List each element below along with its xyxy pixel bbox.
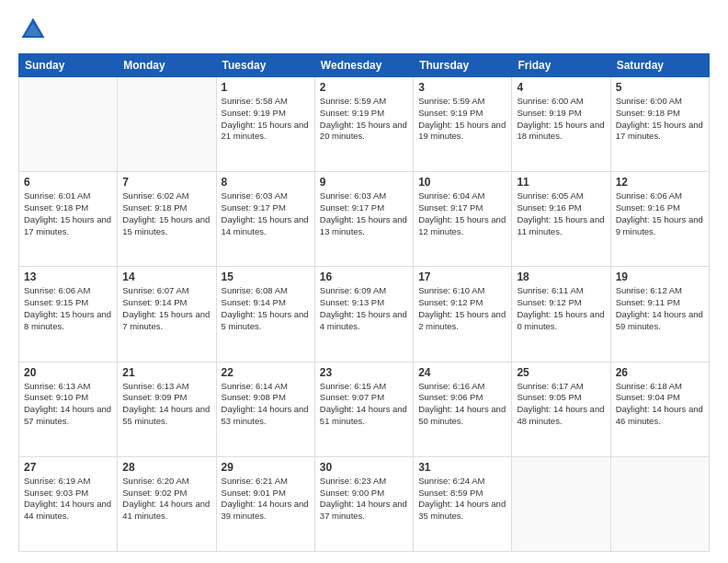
day-number: 24 [418,366,506,379]
cell-info: Sunrise: 6:23 AM Sunset: 9:00 PM Dayligh… [320,476,408,523]
day-number: 5 [616,81,704,94]
day-number: 22 [222,366,310,379]
day-number: 25 [517,366,605,379]
cell-info: Sunrise: 6:00 AM Sunset: 9:18 PM Dayligh… [616,96,704,143]
calendar-header-wednesday: Wednesday [314,54,413,77]
calendar-cell: 27Sunrise: 6:19 AM Sunset: 9:03 PM Dayli… [19,456,118,551]
cell-info: Sunrise: 6:05 AM Sunset: 9:16 PM Dayligh… [517,190,605,237]
day-number: 27 [24,461,112,474]
calendar-cell: 22Sunrise: 6:14 AM Sunset: 9:08 PM Dayli… [216,362,314,456]
calendar-header-tuesday: Tuesday [216,54,314,77]
calendar-cell: 3Sunrise: 5:59 AM Sunset: 9:19 PM Daylig… [414,77,512,172]
calendar-cell: 20Sunrise: 6:13 AM Sunset: 9:10 PM Dayli… [19,362,118,456]
cell-info: Sunrise: 6:11 AM Sunset: 9:12 PM Dayligh… [517,285,605,332]
day-number: 30 [320,461,408,474]
logo [18,15,51,44]
calendar-cell: 9Sunrise: 6:03 AM Sunset: 9:17 PM Daylig… [314,172,413,267]
day-number: 2 [320,81,408,94]
calendar-cell: 6Sunrise: 6:01 AM Sunset: 9:18 PM Daylig… [19,172,118,267]
cell-info: Sunrise: 6:15 AM Sunset: 9:07 PM Dayligh… [320,381,408,428]
calendar-cell: 15Sunrise: 6:08 AM Sunset: 9:14 PM Dayli… [216,267,314,362]
calendar-cell: 8Sunrise: 6:03 AM Sunset: 9:17 PM Daylig… [216,172,314,267]
calendar-cell: 28Sunrise: 6:20 AM Sunset: 9:02 PM Dayli… [118,456,216,551]
day-number: 15 [222,270,310,283]
calendar-week-2: 13Sunrise: 6:06 AM Sunset: 9:15 PM Dayli… [19,267,710,362]
page: SundayMondayTuesdayWednesdayThursdayFrid… [0,0,728,563]
calendar-week-4: 27Sunrise: 6:19 AM Sunset: 9:03 PM Dayli… [19,456,710,551]
cell-info: Sunrise: 6:13 AM Sunset: 9:09 PM Dayligh… [122,381,210,428]
cell-info: Sunrise: 6:18 AM Sunset: 9:04 PM Dayligh… [616,381,704,428]
day-number: 29 [222,461,310,474]
calendar-cell: 24Sunrise: 6:16 AM Sunset: 9:06 PM Dayli… [414,362,512,456]
calendar-week-1: 6Sunrise: 6:01 AM Sunset: 9:18 PM Daylig… [19,172,710,267]
calendar-cell: 1Sunrise: 5:58 AM Sunset: 9:19 PM Daylig… [216,77,314,172]
calendar-header-friday: Friday [512,54,610,77]
cell-info: Sunrise: 6:17 AM Sunset: 9:05 PM Dayligh… [517,381,605,428]
calendar-cell: 26Sunrise: 6:18 AM Sunset: 9:04 PM Dayli… [610,362,709,456]
calendar-cell: 7Sunrise: 6:02 AM Sunset: 9:18 PM Daylig… [118,172,216,267]
calendar-cell: 10Sunrise: 6:04 AM Sunset: 9:17 PM Dayli… [414,172,512,267]
day-number: 18 [517,270,605,283]
day-number: 1 [222,81,310,94]
calendar-cell: 23Sunrise: 6:15 AM Sunset: 9:07 PM Dayli… [314,362,413,456]
cell-info: Sunrise: 6:08 AM Sunset: 9:14 PM Dayligh… [222,285,310,332]
calendar-cell: 2Sunrise: 5:59 AM Sunset: 9:19 PM Daylig… [314,77,413,172]
calendar-cell [512,456,610,551]
cell-info: Sunrise: 6:06 AM Sunset: 9:15 PM Dayligh… [24,285,112,332]
cell-info: Sunrise: 5:59 AM Sunset: 9:19 PM Dayligh… [418,96,506,143]
calendar-cell: 21Sunrise: 6:13 AM Sunset: 9:09 PM Dayli… [118,362,216,456]
calendar-cell: 16Sunrise: 6:09 AM Sunset: 9:13 PM Dayli… [314,267,413,362]
calendar-cell: 25Sunrise: 6:17 AM Sunset: 9:05 PM Dayli… [512,362,610,456]
calendar-cell: 29Sunrise: 6:21 AM Sunset: 9:01 PM Dayli… [216,456,314,551]
day-number: 19 [616,270,704,283]
calendar-week-3: 20Sunrise: 6:13 AM Sunset: 9:10 PM Dayli… [19,362,710,456]
day-number: 6 [24,176,112,189]
logo-icon [18,15,48,44]
cell-info: Sunrise: 6:24 AM Sunset: 8:59 PM Dayligh… [418,476,506,523]
cell-info: Sunrise: 6:21 AM Sunset: 9:01 PM Dayligh… [222,476,310,523]
day-number: 28 [122,461,210,474]
day-number: 8 [222,176,310,189]
cell-info: Sunrise: 6:00 AM Sunset: 9:19 PM Dayligh… [517,96,605,143]
day-number: 17 [418,270,506,283]
calendar-cell: 14Sunrise: 6:07 AM Sunset: 9:14 PM Dayli… [118,267,216,362]
calendar-cell: 13Sunrise: 6:06 AM Sunset: 9:15 PM Dayli… [19,267,118,362]
cell-info: Sunrise: 6:03 AM Sunset: 9:17 PM Dayligh… [320,190,408,237]
calendar-header-row: SundayMondayTuesdayWednesdayThursdayFrid… [19,54,710,77]
cell-info: Sunrise: 6:20 AM Sunset: 9:02 PM Dayligh… [122,476,210,523]
cell-info: Sunrise: 6:07 AM Sunset: 9:14 PM Dayligh… [122,285,210,332]
calendar-cell: 12Sunrise: 6:06 AM Sunset: 9:16 PM Dayli… [610,172,709,267]
calendar-cell: 5Sunrise: 6:00 AM Sunset: 9:18 PM Daylig… [610,77,709,172]
day-number: 9 [320,176,408,189]
cell-info: Sunrise: 5:59 AM Sunset: 9:19 PM Dayligh… [320,96,408,143]
cell-info: Sunrise: 6:09 AM Sunset: 9:13 PM Dayligh… [320,285,408,332]
cell-info: Sunrise: 6:10 AM Sunset: 9:12 PM Dayligh… [418,285,506,332]
calendar-table: SundayMondayTuesdayWednesdayThursdayFrid… [18,53,710,552]
calendar-week-0: 1Sunrise: 5:58 AM Sunset: 9:19 PM Daylig… [19,77,710,172]
day-number: 7 [122,176,210,189]
day-number: 10 [418,176,506,189]
calendar-cell [118,77,216,172]
cell-info: Sunrise: 6:03 AM Sunset: 9:17 PM Dayligh… [222,190,310,237]
day-number: 16 [320,270,408,283]
day-number: 31 [418,461,506,474]
calendar-cell: 4Sunrise: 6:00 AM Sunset: 9:19 PM Daylig… [512,77,610,172]
cell-info: Sunrise: 6:04 AM Sunset: 9:17 PM Dayligh… [418,190,506,237]
day-number: 26 [616,366,704,379]
calendar-cell: 18Sunrise: 6:11 AM Sunset: 9:12 PM Dayli… [512,267,610,362]
day-number: 4 [517,81,605,94]
day-number: 21 [122,366,210,379]
calendar-cell: 17Sunrise: 6:10 AM Sunset: 9:12 PM Dayli… [414,267,512,362]
cell-info: Sunrise: 6:19 AM Sunset: 9:03 PM Dayligh… [24,476,112,523]
day-number: 20 [24,366,112,379]
calendar-header-monday: Monday [118,54,216,77]
cell-info: Sunrise: 6:14 AM Sunset: 9:08 PM Dayligh… [222,381,310,428]
calendar-cell: 11Sunrise: 6:05 AM Sunset: 9:16 PM Dayli… [512,172,610,267]
cell-info: Sunrise: 6:01 AM Sunset: 9:18 PM Dayligh… [24,190,112,237]
cell-info: Sunrise: 6:13 AM Sunset: 9:10 PM Dayligh… [24,381,112,428]
calendar-cell [19,77,118,172]
day-number: 13 [24,270,112,283]
calendar-header-saturday: Saturday [610,54,709,77]
calendar-header-thursday: Thursday [414,54,512,77]
day-number: 11 [517,176,605,189]
